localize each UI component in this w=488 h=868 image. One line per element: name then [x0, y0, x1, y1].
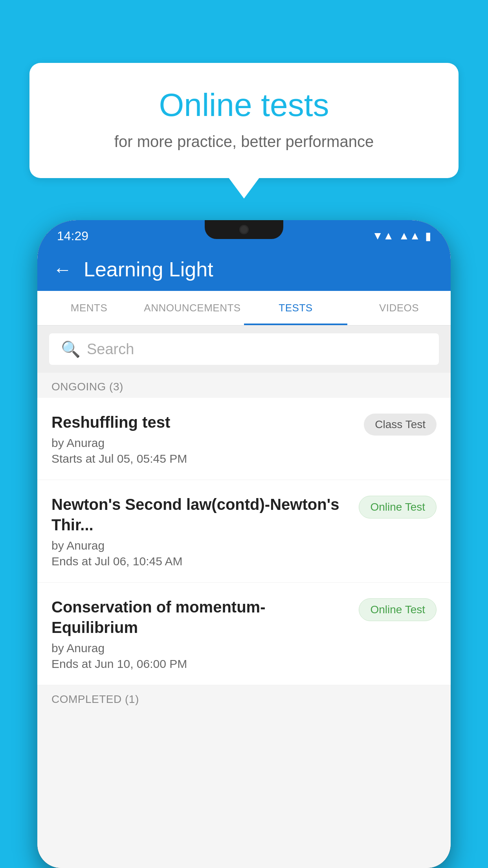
phone-camera	[239, 225, 249, 234]
search-bar[interactable]: 🔍 Search	[49, 333, 439, 365]
ongoing-section-label: ONGOING (3)	[37, 373, 451, 398]
wifi-icon: ▼▲	[372, 230, 394, 242]
test-item-2[interactable]: Newton's Second law(contd)-Newton's Thir…	[37, 480, 451, 583]
battery-icon: ▮	[425, 230, 431, 243]
search-placeholder: Search	[87, 341, 134, 358]
back-button[interactable]: ←	[53, 259, 72, 280]
search-icon: 🔍	[61, 340, 81, 359]
test-info-2: Newton's Second law(contd)-Newton's Thir…	[51, 494, 359, 568]
test-time-3: Ends at Jun 10, 06:00 PM	[51, 657, 351, 671]
test-author-3: by Anurag	[51, 642, 351, 655]
phone-screen: 14:29 ▼▲ ▲▲ ▮ ← Learning Light MENTS ANN…	[37, 220, 451, 868]
test-badge-3: Online Test	[359, 598, 437, 621]
speech-bubble: Online tests for more practice, better p…	[29, 63, 459, 178]
speech-bubble-container: Online tests for more practice, better p…	[29, 63, 459, 178]
tab-ments-label: MENTS	[71, 302, 108, 314]
test-item-3[interactable]: Conservation of momentum-Equilibrium by …	[37, 583, 451, 685]
app-header: ← Learning Light	[37, 248, 451, 291]
test-info-1: Reshuffling test by Anurag Starts at Jul…	[51, 412, 364, 465]
search-container: 🔍 Search	[37, 326, 451, 373]
test-list: Reshuffling test by Anurag Starts at Jul…	[37, 398, 451, 685]
phone-frame: 14:29 ▼▲ ▲▲ ▮ ← Learning Light MENTS ANN…	[37, 220, 451, 868]
test-item-1[interactable]: Reshuffling test by Anurag Starts at Jul…	[37, 398, 451, 480]
app-title: Learning Light	[84, 257, 213, 281]
speech-bubble-subtitle: for more practice, better performance	[61, 133, 427, 151]
status-icons: ▼▲ ▲▲ ▮	[372, 230, 431, 243]
tab-announcements-label: ANNOUNCEMENTS	[144, 302, 240, 314]
screen-content: 14:29 ▼▲ ▲▲ ▮ ← Learning Light MENTS ANN…	[37, 220, 451, 868]
test-info-3: Conservation of momentum-Equilibrium by …	[51, 597, 359, 671]
test-author-2: by Anurag	[51, 539, 351, 552]
tab-ments[interactable]: MENTS	[37, 291, 141, 325]
test-time-2: Ends at Jul 06, 10:45 AM	[51, 555, 351, 568]
status-time: 14:29	[57, 229, 88, 243]
tab-videos[interactable]: VIDEOS	[347, 291, 451, 325]
tab-announcements[interactable]: ANNOUNCEMENTS	[141, 291, 244, 325]
test-badge-2: Online Test	[359, 496, 437, 519]
test-author-1: by Anurag	[51, 436, 356, 450]
tab-videos-label: VIDEOS	[379, 302, 419, 314]
test-name-3: Conservation of momentum-Equilibrium	[51, 597, 351, 638]
tab-bar: MENTS ANNOUNCEMENTS TESTS VIDEOS	[37, 291, 451, 326]
completed-section-label: COMPLETED (1)	[37, 685, 451, 710]
signal-icon: ▲▲	[399, 230, 420, 242]
tab-tests[interactable]: TESTS	[244, 291, 347, 325]
test-badge-1: Class Test	[364, 414, 437, 436]
test-time-1: Starts at Jul 05, 05:45 PM	[51, 452, 356, 465]
test-name-2: Newton's Second law(contd)-Newton's Thir…	[51, 494, 351, 535]
phone-notch	[205, 220, 283, 239]
speech-bubble-title: Online tests	[61, 86, 427, 123]
test-name-1: Reshuffling test	[51, 412, 356, 432]
tab-tests-label: TESTS	[279, 302, 312, 314]
